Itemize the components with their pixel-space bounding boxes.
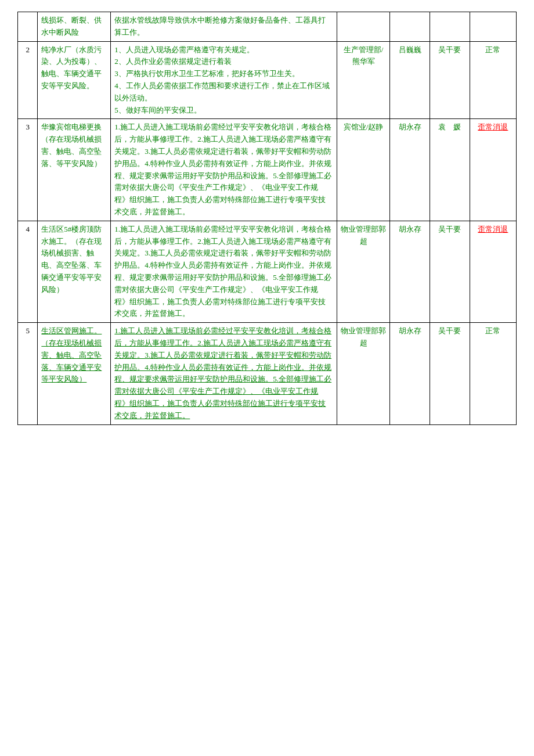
supervisor-person: 吴干要 bbox=[430, 41, 470, 119]
responsible-person bbox=[390, 12, 430, 42]
supervisor-person: 袁 媛 bbox=[430, 119, 470, 221]
responsible-person: 胡永存 bbox=[390, 119, 430, 221]
supervisor-person: 吴干要 bbox=[430, 323, 470, 424]
status: 歪常消退 bbox=[470, 119, 516, 221]
safety-measures: 1、人员进入现场必需严格遵守有关规定。2、人员作业必需依据规定进行着装3、严格执… bbox=[111, 41, 337, 119]
responsible-person: 吕巍巍 bbox=[390, 41, 430, 119]
row-num: 2 bbox=[18, 41, 38, 119]
status: 歪常消退 bbox=[470, 221, 516, 322]
responsible-person: 胡永存 bbox=[390, 323, 430, 424]
supervisor-person: 吴干要 bbox=[430, 221, 470, 322]
safety-measures: 1.施工人员进入施工现场前必需经过平安平安教化培训，考核合格后，方能从事修理工作… bbox=[111, 119, 337, 221]
row-num: 3 bbox=[18, 119, 38, 221]
department: 物业管理部郭超 bbox=[337, 221, 390, 322]
safety-measures: 1.施工人员进入施工现场前必需经过平安平安教化培训，考核合格后，方能从事修理工作… bbox=[111, 221, 337, 322]
supervisor-person bbox=[430, 12, 470, 42]
safety-measures: 1.施工人员进入施工现场前必需经过平安平安教化培训，考核合格后，方能从事修理工作… bbox=[111, 323, 337, 424]
department: 物业管理部郭超 bbox=[337, 323, 390, 424]
row-num bbox=[18, 12, 38, 42]
department: 生产管理部/熊华军 bbox=[337, 41, 390, 119]
department: 宾馆业/赵静 bbox=[337, 119, 390, 221]
status bbox=[470, 12, 516, 42]
status: 正常 bbox=[470, 323, 516, 424]
risk-description: 线损坏、断裂、供水中断风险 bbox=[38, 12, 111, 42]
risk-description: 生活区5#楼房顶防水施工。（存在现场机械损害、触电、高空坠落、车辆交通平安等平安… bbox=[38, 221, 111, 322]
main-table: 线损坏、断裂、供水中断风险依据水管线故障导致供水中断抢修方案做好备品备件、工器具… bbox=[17, 12, 517, 425]
row-num: 5 bbox=[18, 323, 38, 424]
risk-description: 华豫宾馆电梯更换（存在现场机械损害、触电、高空坠落、等平安风险） bbox=[38, 119, 111, 221]
status: 正常 bbox=[470, 41, 516, 119]
row-num: 4 bbox=[18, 221, 38, 322]
safety-measures: 依据水管线故障导致供水中断抢修方案做好备品备件、工器具打算工作。 bbox=[111, 12, 337, 42]
risk-description: 纯净水厂（水质污染、人为投毒）、触电、车辆交通平安等平安风险。 bbox=[38, 41, 111, 119]
risk-description: 生活区管网施工。（存在现场机械损害、触电、高空坠落、车辆交通平安等平安风险） bbox=[38, 323, 111, 424]
responsible-person: 胡永存 bbox=[390, 221, 430, 322]
department bbox=[337, 12, 390, 42]
